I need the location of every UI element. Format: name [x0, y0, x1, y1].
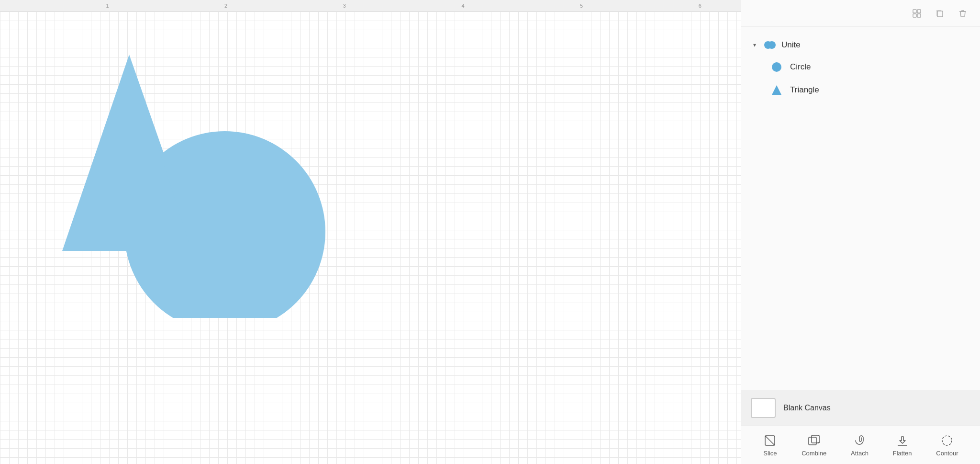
layer-item-triangle[interactable]: Triangle — [741, 79, 980, 102]
ruler-marks: 1 2 3 4 5 6 — [0, 0, 741, 11]
flatten-label: Flatten — [893, 450, 912, 457]
slice-icon — [763, 433, 777, 448]
delete-icon-button[interactable] — [955, 6, 970, 21]
arrange-icon-button[interactable] — [909, 6, 924, 21]
canvas-area: 1 2 3 4 5 6 — [0, 0, 741, 464]
ruler-mark-5: 5 — [580, 3, 583, 9]
unite-icon — [763, 38, 777, 52]
svg-rect-6 — [937, 11, 943, 17]
delete-icon — [958, 9, 968, 18]
triangle-label: Triangle — [790, 85, 819, 95]
circle-label: Circle — [790, 62, 811, 72]
bottom-toolbar: Slice Combine Attach — [741, 426, 980, 464]
ruler-mark-3: 3 — [343, 3, 346, 9]
ruler-top: 1 2 3 4 5 6 — [0, 0, 741, 11]
flatten-button[interactable]: Flatten — [887, 430, 918, 461]
ruler-mark-4: 4 — [461, 3, 464, 9]
combine-label: Combine — [802, 450, 826, 457]
ruler-mark-2: 2 — [224, 3, 227, 9]
combine-button[interactable]: Combine — [796, 430, 832, 461]
svg-marker-10 — [772, 85, 781, 95]
layer-item-circle[interactable]: Circle — [741, 56, 980, 79]
contour-button[interactable]: Contour — [930, 430, 964, 461]
canvas-thumbnail — [751, 398, 776, 418]
unite-label: Unite — [781, 40, 801, 50]
svg-point-9 — [772, 62, 781, 72]
combine-icon — [807, 433, 821, 448]
panel-toolbar — [741, 0, 980, 27]
slice-button[interactable]: Slice — [757, 430, 783, 461]
svg-point-8 — [768, 41, 776, 49]
triangle-shape-icon — [770, 83, 783, 97]
flatten-icon — [895, 433, 910, 448]
contour-label: Contour — [936, 450, 958, 457]
svg-line-12 — [765, 436, 775, 445]
copy-icon — [935, 9, 945, 18]
svg-rect-3 — [917, 10, 921, 13]
shapes-container — [0, 11, 741, 464]
contour-icon — [940, 433, 954, 448]
right-panel: ▾ Unite Circle — [741, 0, 980, 464]
canvas-label: Blank Canvas — [783, 404, 831, 412]
blank-canvas-section[interactable]: Blank Canvas — [741, 390, 980, 426]
svg-rect-13 — [809, 437, 816, 445]
layer-group-header-unite[interactable]: ▾ Unite — [741, 34, 980, 56]
copy-icon-button[interactable] — [932, 6, 947, 21]
chevron-down-icon: ▾ — [751, 41, 758, 49]
svg-point-16 — [942, 436, 952, 445]
circle-shape-icon — [770, 60, 783, 74]
arrange-icon — [912, 9, 922, 18]
svg-rect-4 — [913, 14, 916, 17]
attach-icon — [852, 433, 867, 448]
ruler-mark-1: 1 — [106, 3, 109, 9]
svg-rect-2 — [913, 10, 916, 13]
slice-label: Slice — [763, 450, 777, 457]
attach-label: Attach — [851, 450, 869, 457]
grid-canvas[interactable] — [0, 11, 741, 464]
ruler-mark-6: 6 — [699, 3, 702, 9]
layer-group-unite: ▾ Unite Circle — [741, 34, 980, 102]
united-shape[interactable] — [29, 45, 335, 318]
layers-panel: ▾ Unite Circle — [741, 27, 980, 390]
svg-rect-5 — [917, 14, 921, 17]
attach-button[interactable]: Attach — [845, 430, 874, 461]
